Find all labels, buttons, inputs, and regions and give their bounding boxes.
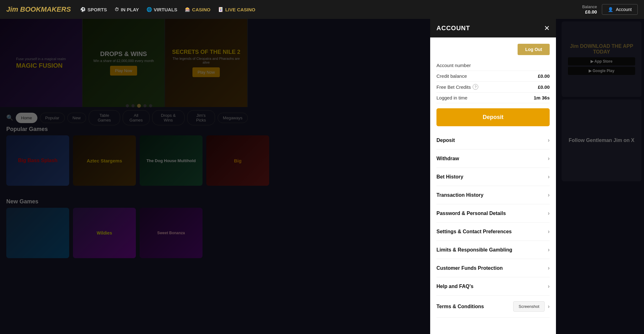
nav-inplay[interactable]: ⏱ IN PLAY <box>114 7 139 12</box>
main-content: Fuse yourself in a magical realm MAGIC F… <box>0 19 644 334</box>
screenshot-button[interactable]: Screenshot <box>513 301 545 312</box>
free-bet-value: £0.00 <box>538 84 550 90</box>
menu-item-transaction-history[interactable]: Transaction History › <box>436 186 550 204</box>
chevron-password-personal: › <box>548 210 550 217</box>
modal-header: ACCOUNT ✕ <box>430 19 556 37</box>
chevron-transaction-history: › <box>548 192 550 198</box>
menu-item-settings-contact[interactable]: Settings & Contact Preferences › <box>436 223 550 241</box>
nav-live-casino[interactable]: 🃏 LIVE CASINO <box>218 7 255 12</box>
logged-in-row: Logged in time 1m 36s <box>436 93 550 103</box>
menu-item-bet-history[interactable]: Bet History › <box>436 168 550 186</box>
menu-item-password-personal[interactable]: Password & Personal Details › <box>436 204 550 223</box>
account-icon: 👤 <box>608 7 613 12</box>
free-bet-label: Free Bet Credits <box>436 84 471 90</box>
chevron-terms: › <box>548 303 550 310</box>
help-icon[interactable]: ? <box>473 84 478 90</box>
account-number-label: Account number <box>436 63 471 68</box>
live-casino-icon: 🃏 <box>218 7 223 12</box>
virtuals-icon: 🌐 <box>147 7 152 12</box>
logout-button[interactable]: Log Out <box>518 44 550 55</box>
menu-item-deposit[interactable]: Deposit › <box>436 131 550 150</box>
logged-in-label: Logged in time <box>436 95 467 100</box>
account-modal: ACCOUNT ✕ Log Out Account number Credit … <box>430 19 556 334</box>
chevron-withdraw: › <box>548 155 550 162</box>
modal-title: ACCOUNT <box>436 25 470 32</box>
chevron-deposit: › <box>548 137 550 144</box>
menu-item-customer-funds[interactable]: Customer Funds Protection › <box>436 259 550 277</box>
free-bet-row: Free Bet Credits ? £0.00 <box>436 82 550 93</box>
account-number-row: Account number <box>436 60 550 71</box>
free-bet-label-wrap: Free Bet Credits ? <box>436 84 478 90</box>
menu-item-terms[interactable]: Terms & Conditions Screenshot › <box>436 296 550 318</box>
menu-item-withdraw[interactable]: Withdraw › <box>436 150 550 168</box>
nav-virtuals[interactable]: 🌐 VIRTUALS <box>147 7 177 12</box>
balance-label: Balance <box>582 4 597 9</box>
account-button[interactable]: 👤 Account <box>602 4 638 15</box>
menu-item-limits-gambling[interactable]: Limits & Responsible Gambling › <box>436 241 550 259</box>
balance-info: Balance £0.00 <box>582 4 597 14</box>
menu-items: Deposit › Withdraw › Bet History › Trans… <box>436 131 550 318</box>
credit-balance-row: Credit balance £0.00 <box>436 71 550 82</box>
inplay-icon: ⏱ <box>114 7 119 12</box>
logo: Jim BOOKMAKERS <box>6 5 71 14</box>
chevron-limits-gambling: › <box>548 246 550 253</box>
modal-body: Log Out Account number Credit balance £0… <box>430 37 556 334</box>
terms-right-side: Screenshot › <box>513 301 550 312</box>
chevron-settings-contact: › <box>548 228 550 235</box>
credit-balance-label: Credit balance <box>436 73 467 79</box>
chevron-help-faq: › <box>548 283 550 290</box>
account-info: Account number Credit balance £0.00 Free… <box>436 60 550 103</box>
balance-value: £0.00 <box>582 9 597 14</box>
casino-icon: 🎰 <box>185 7 190 12</box>
logout-row: Log Out <box>436 44 550 55</box>
deposit-big-button[interactable]: Deposit <box>436 108 550 126</box>
chevron-customer-funds: › <box>548 265 550 271</box>
nav-casino[interactable]: 🎰 CASINO <box>185 7 210 12</box>
sports-icon: ⚽ <box>80 7 86 12</box>
chevron-bet-history: › <box>548 173 550 180</box>
nav-items: ⚽ SPORTS ⏱ IN PLAY 🌐 VIRTUALS 🎰 CASINO 🃏… <box>80 7 573 12</box>
menu-item-help-faq[interactable]: Help and FAQ's › <box>436 277 550 296</box>
credit-balance-value: £0.00 <box>538 73 550 79</box>
header-right: Balance £0.00 👤 Account <box>582 4 638 15</box>
header: Jim BOOKMAKERS ⚽ SPORTS ⏱ IN PLAY 🌐 VIRT… <box>0 0 644 19</box>
logged-in-value: 1m 36s <box>534 95 550 100</box>
nav-sports[interactable]: ⚽ SPORTS <box>80 7 107 12</box>
modal-close-button[interactable]: ✕ <box>544 25 550 32</box>
